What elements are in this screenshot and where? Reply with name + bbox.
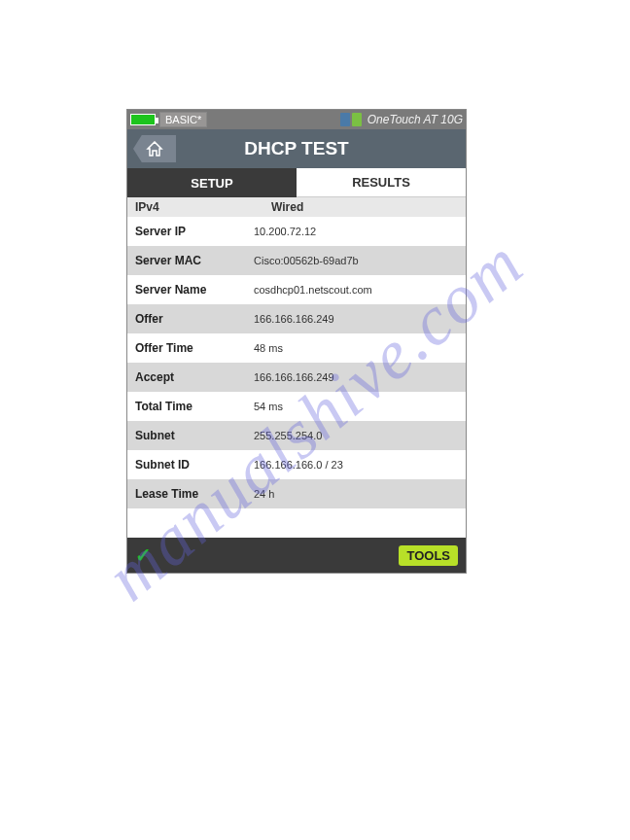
row-value: 166.166.166.0 / 23: [242, 459, 458, 471]
status-icons: [340, 113, 362, 126]
page-title: DHCP TEST: [127, 138, 466, 159]
home-icon: [146, 141, 163, 157]
data-row: Server Namecosdhcp01.netscout.com: [127, 275, 466, 304]
row-label: Offer: [135, 312, 242, 326]
monitor-icon: [340, 113, 350, 126]
row-value: 24 h: [242, 488, 458, 500]
header-ipv4: IPv4: [135, 200, 242, 214]
header-wired: Wired: [242, 200, 458, 214]
device-icon: [352, 113, 362, 126]
row-value: Cisco:00562b-69ad7b: [242, 255, 458, 266]
row-value: 166.166.166.249: [242, 371, 458, 383]
bottom-bar: ✓ TOOLS: [127, 538, 466, 573]
row-value: 255.255.254.0: [242, 430, 458, 441]
data-row: Server IP10.200.72.12: [127, 217, 466, 246]
row-label: Offer Time: [135, 341, 242, 355]
row-value: 48 ms: [242, 342, 458, 354]
row-value: 10.200.72.12: [242, 226, 458, 237]
tab-bar: SETUP RESULTS: [127, 168, 466, 197]
data-row: Offer Time48 ms: [127, 333, 466, 363]
data-row: Server MACCisco:00562b-69ad7b: [127, 246, 466, 275]
row-label: Server IP: [135, 225, 242, 238]
device-screen: BASIC* OneTouch AT 10G DHCP TEST SETUP R…: [126, 109, 467, 574]
data-row: Total Time54 ms: [127, 392, 466, 421]
row-value: cosdhcp01.netscout.com: [242, 284, 458, 296]
title-bar: DHCP TEST: [127, 129, 466, 168]
mode-label: BASIC*: [159, 112, 207, 127]
data-row: Subnet255.255.254.0: [127, 421, 466, 450]
row-label: Server MAC: [135, 254, 242, 267]
data-row: Subnet ID166.166.166.0 / 23: [127, 450, 466, 479]
row-label: Lease Time: [135, 487, 242, 501]
tab-setup[interactable]: SETUP: [127, 168, 297, 197]
row-label: Total Time: [135, 400, 242, 413]
check-icon: ✓: [135, 543, 152, 567]
row-label: Subnet: [135, 429, 242, 442]
tools-button[interactable]: TOOLS: [399, 545, 458, 566]
row-label: Subnet ID: [135, 458, 242, 472]
data-row: Accept166.166.166.249: [127, 363, 466, 392]
status-bar: BASIC* OneTouch AT 10G: [127, 110, 466, 129]
row-label: Server Name: [135, 283, 242, 297]
data-row: Lease Time24 h: [127, 479, 466, 508]
results-content: IPv4 Wired Server IP10.200.72.12Server M…: [127, 197, 466, 538]
battery-icon: [130, 114, 156, 125]
data-row: [127, 508, 466, 538]
home-button[interactable]: [133, 135, 176, 162]
row-value: 166.166.166.249: [242, 313, 458, 325]
data-row: Offer166.166.166.249: [127, 304, 466, 333]
tab-results[interactable]: RESULTS: [297, 168, 466, 197]
product-name: OneTouch AT 10G: [368, 113, 463, 126]
row-label: Accept: [135, 370, 242, 384]
row-value: 54 ms: [242, 401, 458, 412]
column-header: IPv4 Wired: [127, 197, 466, 217]
